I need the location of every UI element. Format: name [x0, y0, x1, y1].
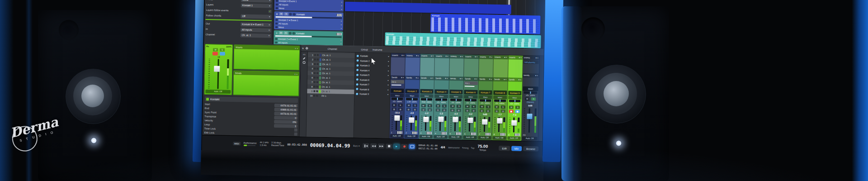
inspector-value-dropdown[interactable]: Ch. st. 1 ▾ — [241, 33, 271, 38]
channel-fader[interactable] — [479, 117, 491, 132]
strip-name[interactable]: Kontakt 3 — [420, 89, 434, 94]
monitor-button[interactable] — [292, 32, 295, 34]
solo-button[interactable]: S — [398, 104, 403, 107]
pencil-icon[interactable] — [303, 57, 306, 60]
monitor-button[interactable] — [486, 109, 491, 112]
inserts-slot[interactable] — [508, 59, 523, 78]
track-name[interactable]: Kontakt — [296, 32, 335, 35]
event-property-value[interactable]: 0 — [274, 115, 297, 119]
channel-name[interactable]: Ch. st. 1 — [322, 67, 353, 71]
mute-dot[interactable] — [314, 54, 316, 56]
send-level[interactable] — [465, 86, 475, 87]
checkbox-icon[interactable]: ✓ — [269, 10, 272, 13]
inserts-slot[interactable] — [391, 57, 405, 76]
pan-slider[interactable] — [421, 98, 433, 100]
chevron-down-icon[interactable]: ▾ — [387, 84, 389, 86]
output-assignment[interactable]: Main — [479, 95, 492, 99]
solo-button[interactable]: S — [220, 48, 225, 52]
chevron-down-icon[interactable]: ▾ — [387, 88, 389, 91]
pan-slider[interactable] — [435, 98, 447, 100]
fader-handle[interactable] — [497, 118, 502, 124]
fader-handle[interactable] — [214, 66, 220, 71]
send-slot-fx1[interactable]: FX 1 — [391, 80, 405, 84]
automation-mode[interactable]: Auto: Off — [405, 134, 418, 138]
channel-fader[interactable] — [508, 117, 520, 132]
automation-mode[interactable]: Auto: Off — [478, 136, 491, 140]
sends-slot[interactable] — [434, 80, 449, 89]
send-slot-fx1[interactable]: FX 1 — [464, 81, 478, 86]
mute-dot[interactable] — [314, 72, 316, 74]
automation-mode[interactable]: Auto: Off — [463, 136, 477, 140]
instrument-power-icon[interactable] — [356, 78, 359, 81]
mute-button[interactable]: M — [509, 105, 514, 109]
fx-channel-strip[interactable]: Inserts▾ + Valhallavinta Sends▾ + Main ‹… — [522, 56, 540, 141]
record-arm-button[interactable] — [509, 110, 514, 113]
record-arm-button[interactable] — [465, 109, 470, 112]
instrument-power-icon[interactable] — [357, 55, 359, 57]
chevron-down-icon[interactable]: ▾ — [388, 60, 389, 62]
strip-name[interactable]: Main — [523, 86, 538, 91]
channel-name[interactable]: Ch. st. 1 — [322, 81, 353, 84]
mixer-channel-strip[interactable]: Inserts▾ + Sends▾ + — [434, 54, 450, 139]
solo-button[interactable]: S — [284, 31, 288, 34]
pan-slider[interactable] — [465, 99, 476, 101]
mixer-channel-strip[interactable]: Inserts▾ + Sends▾ + — [477, 55, 494, 140]
checkbox-icon[interactable] — [294, 133, 297, 136]
mute-dot[interactable] — [313, 95, 315, 96]
monitor-button[interactable] — [398, 108, 402, 111]
sends-slot[interactable]: FX 1 — [464, 81, 478, 90]
channel-name[interactable]: Ch. st. 1 — [322, 86, 353, 89]
inserts-slot[interactable] — [464, 59, 478, 77]
sends-slot[interactable] — [493, 81, 508, 90]
mute-dot[interactable] — [314, 58, 316, 60]
monitor-button[interactable] — [413, 108, 417, 111]
sends-slot[interactable] — [420, 80, 434, 89]
mute-button[interactable]: M — [436, 104, 440, 107]
mute-button[interactable]: M — [406, 104, 411, 107]
checkbox-icon[interactable] — [294, 129, 297, 132]
output-assignment[interactable]: Main — [406, 94, 419, 98]
fader-handle[interactable] — [409, 117, 414, 123]
strip-name[interactable]: Kontakt 5 — [449, 90, 463, 95]
sends-slot[interactable]: FX 1 — [391, 80, 405, 89]
solo-dot[interactable] — [316, 72, 318, 74]
monitor-button[interactable] — [427, 108, 432, 111]
instrument-power-icon[interactable] — [356, 69, 359, 71]
channel-fader[interactable] — [205, 59, 231, 89]
automation-mode[interactable]: Auto: Off — [205, 90, 231, 94]
mute-dot[interactable] — [314, 81, 316, 83]
output-assignment[interactable]: Main — [435, 94, 448, 98]
channel-fader[interactable] — [391, 115, 403, 130]
event-property-value[interactable]: 0% — [274, 119, 297, 124]
automation-mode[interactable]: Auto: Off — [390, 134, 404, 138]
target-icon[interactable] — [303, 61, 306, 64]
solo-dot[interactable] — [316, 86, 318, 88]
insert-plugin-valhalla[interactable]: Valhallavinta — [524, 60, 539, 64]
mute-dot[interactable] — [314, 67, 316, 69]
mute-button[interactable]: M — [495, 105, 499, 109]
inspector-value-dropdown[interactable]: All Inputs ▾ — [241, 28, 271, 32]
mute-button[interactable]: M — [525, 97, 529, 100]
inserts-slot[interactable] — [434, 58, 449, 76]
midi-clip[interactable]: Kontakt — [385, 32, 541, 48]
chevron-down-icon[interactable]: ▾ — [388, 74, 389, 77]
mixer-channel-strip[interactable]: Inserts▾ + Sends▾ + FX 1 — [390, 53, 406, 139]
channel-fader[interactable] — [464, 117, 476, 132]
mute-button[interactable]: M — [213, 48, 218, 51]
pan-slider[interactable] — [406, 98, 418, 100]
instrument-power-icon[interactable] — [356, 88, 358, 90]
mute-dot[interactable] — [314, 86, 316, 87]
mixer-channel-strip[interactable]: Inserts▾ + Sends▾ + — [492, 55, 509, 141]
pan-slider[interactable] — [392, 98, 403, 100]
mute-dot[interactable] — [313, 90, 315, 92]
sends-slot[interactable] — [523, 77, 539, 86]
midi-clip[interactable]: Kontakt — [430, 14, 541, 34]
fader-handle[interactable] — [424, 117, 429, 122]
record-arm-button[interactable] — [480, 109, 484, 112]
fader-handle[interactable] — [453, 117, 458, 122]
pan-slider[interactable] — [524, 91, 537, 94]
pan-slider[interactable] — [509, 100, 521, 102]
channel-name[interactable]: Ch. st. 1 — [322, 63, 353, 66]
output-assignment[interactable]: Main — [508, 95, 522, 100]
inserts-slot[interactable] — [420, 58, 434, 76]
